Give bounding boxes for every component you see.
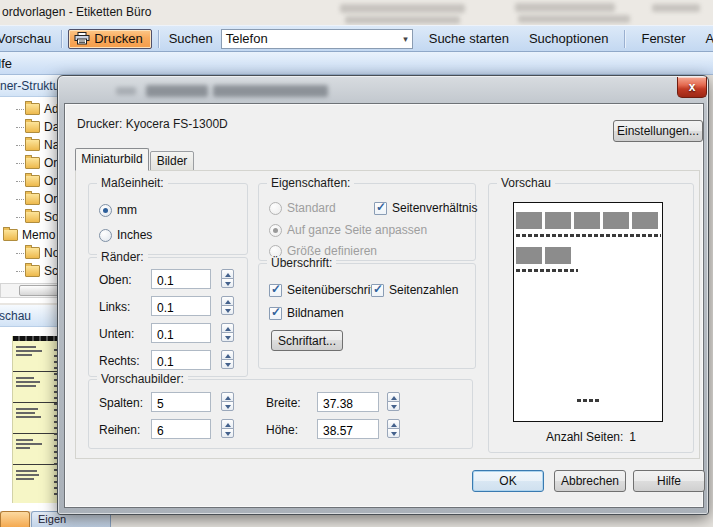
tab-bilder[interactable]: Bilder xyxy=(150,151,194,171)
radio-icon[interactable] xyxy=(99,204,112,217)
margin-bottom-spinner[interactable] xyxy=(221,323,234,343)
redacted-text xyxy=(652,4,700,12)
folder-icon xyxy=(3,229,18,241)
thumbnail-placeholder xyxy=(632,212,658,229)
spinner-down-icon[interactable] xyxy=(221,359,234,369)
columns-spinner[interactable] xyxy=(221,392,234,412)
help-menu-item[interactable]: Hilfe xyxy=(0,56,12,71)
bottom-tab-preview[interactable] xyxy=(0,511,30,527)
tab-miniaturbild[interactable]: Miniaturbild xyxy=(75,148,149,171)
folder-icon xyxy=(25,103,40,115)
rows-label: Reihen: xyxy=(99,423,140,437)
checkbox-aspect-ratio[interactable]: Seitenverhältnis xyxy=(374,200,477,216)
checkbox-page-numbers[interactable]: Seitenzahlen xyxy=(371,282,458,298)
help-button[interactable]: Hilfe xyxy=(633,470,705,492)
preview-group-label: Vorschau xyxy=(497,176,555,190)
radio-inches[interactable]: Inches xyxy=(99,227,152,243)
toolbar-separator xyxy=(158,30,159,48)
search-options-button[interactable]: Suchoptionen xyxy=(519,31,619,46)
spinner-down-icon[interactable] xyxy=(221,278,234,288)
page-count-line: Anzahl Seiten: 1 xyxy=(489,430,693,444)
tree-connector xyxy=(16,181,24,182)
toolbar-separator xyxy=(624,30,625,48)
margin-bottom-label: Unten: xyxy=(99,327,134,341)
print-settings-dialog: x Drucker: Kyocera FS-1300D Einstellunge… xyxy=(57,75,709,515)
spinner-down-icon[interactable] xyxy=(221,428,234,438)
thumbnail-placeholder xyxy=(516,247,542,264)
close-icon[interactable]: x xyxy=(677,77,707,98)
tree-horizontal-scrollbar[interactable] xyxy=(0,283,63,298)
checkbox-page-heading[interactable]: Seitenüberschrift xyxy=(269,282,377,298)
checkbox-icon[interactable] xyxy=(269,307,282,320)
start-search-button[interactable]: Suche starten xyxy=(419,31,519,46)
checkbox-page-numbers-label: Seitenzahlen xyxy=(389,283,458,297)
settings-button[interactable]: Einstellungen... xyxy=(613,120,703,142)
margin-top-spinner[interactable] xyxy=(221,269,234,289)
spinner-down-icon[interactable] xyxy=(221,305,234,315)
margin-bottom-input[interactable] xyxy=(151,323,211,343)
spinner-down-icon[interactable] xyxy=(221,401,234,411)
margin-top-label: Oben: xyxy=(99,273,132,287)
dialog-client-area: Drucker: Kyocera FS-1300D Einstellungen.… xyxy=(64,103,704,508)
toolbar-separator xyxy=(61,30,62,48)
print-button[interactable]: Drucken xyxy=(68,29,151,49)
secondary-toolbar: Hilfe xyxy=(0,52,713,75)
preview-toolbar-button[interactable]: Vorschau xyxy=(0,31,55,46)
folder-icon xyxy=(25,139,40,151)
dialog-title-redacted xyxy=(213,85,328,97)
margin-right-spinner[interactable] xyxy=(221,350,234,370)
window-menu-button[interactable]: Fenster xyxy=(631,31,695,46)
height-input[interactable] xyxy=(317,419,379,439)
checkbox-icon[interactable] xyxy=(269,284,282,297)
page-count-label: Anzahl Seiten: xyxy=(546,430,623,444)
tree-item-label: Memo xyxy=(22,228,55,242)
thumbnail-placeholder xyxy=(603,212,629,229)
unit-group-label: Maßeinheit: xyxy=(97,176,168,190)
preview-panel-header-label: Vorschau xyxy=(0,309,31,323)
spinner-down-icon[interactable] xyxy=(387,401,400,411)
checkbox-icon[interactable] xyxy=(371,284,384,297)
width-input[interactable] xyxy=(317,392,379,412)
cancel-button[interactable]: Abbrechen xyxy=(554,470,626,492)
heading-group: Überschrift: Seitenüberschrift Seitenzah… xyxy=(258,263,476,369)
thumbnail-placeholder xyxy=(574,212,600,229)
checkbox-icon[interactable] xyxy=(374,202,387,215)
margin-left-input[interactable] xyxy=(151,296,211,316)
margins-group: Ränder: Oben: Links: Unten: Rechts: xyxy=(88,257,248,377)
radio-inches-label: Inches xyxy=(117,228,152,242)
margin-top-input[interactable] xyxy=(151,269,211,289)
margin-left-spinner[interactable] xyxy=(221,296,234,316)
page-preview xyxy=(513,202,663,422)
font-button[interactable]: Schriftart... xyxy=(271,330,343,351)
spinner-down-icon[interactable] xyxy=(221,332,234,342)
ok-button[interactable]: OK xyxy=(472,470,544,492)
height-label: Höhe: xyxy=(266,423,298,437)
properties-group: Eigenschaften: Standard Seitenverhältnis… xyxy=(258,183,476,261)
page-footer-text xyxy=(577,399,599,402)
printer-name-label: Drucker: Kyocera FS-1300D xyxy=(77,117,228,131)
radio-icon[interactable] xyxy=(99,229,112,242)
columns-label: Spalten: xyxy=(99,396,143,410)
tree-connector xyxy=(16,163,24,164)
columns-input[interactable] xyxy=(151,392,211,412)
margin-right-input[interactable] xyxy=(151,350,211,370)
rows-input[interactable] xyxy=(151,419,211,439)
width-spinner[interactable] xyxy=(387,392,400,412)
radio-icon xyxy=(269,202,282,215)
tree-connector xyxy=(16,271,24,272)
thumbnail-placeholder xyxy=(545,247,571,264)
chevron-down-icon[interactable]: ▾ xyxy=(403,34,408,44)
print-button-label: Drucken xyxy=(94,31,142,46)
preview-group: Vorschau Anzahl Seiten: 1 xyxy=(488,183,694,453)
height-spinner[interactable] xyxy=(387,419,400,439)
radio-fit-page: Auf ganze Seite anpassen xyxy=(269,222,427,238)
view-menu-button[interactable]: Anzeige xyxy=(696,31,713,46)
radio-mm[interactable]: mm xyxy=(99,202,137,218)
checkbox-image-names[interactable]: Bildnamen xyxy=(269,305,344,321)
redacted-text xyxy=(515,3,615,12)
caption-text-row xyxy=(516,269,578,272)
rows-spinner[interactable] xyxy=(221,419,234,439)
search-combobox[interactable]: Telefon ▾ xyxy=(221,29,413,49)
tree-connector xyxy=(16,199,24,200)
spinner-down-icon[interactable] xyxy=(387,428,400,438)
